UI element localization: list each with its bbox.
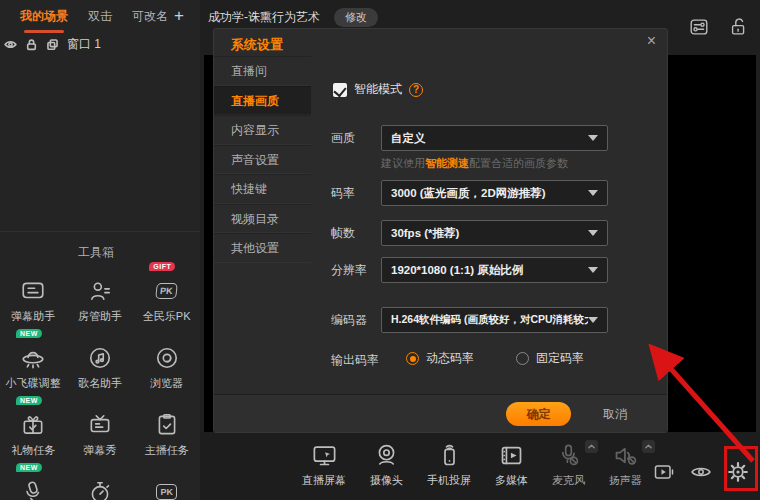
toolbar-label: 摄像头 [370, 473, 403, 488]
tool-timer[interactable] [67, 469, 134, 500]
dialog-title: 系统设置 [231, 36, 283, 54]
quality-hint: 建议使用智能测速配置合适的画质参数 [381, 156, 568, 171]
mic-muted-icon [555, 442, 582, 469]
toolbar-phone-cast[interactable]: 手机投屏 [427, 442, 471, 488]
resolution-dropdown[interactable]: 1920*1080 (1:1) 原始比例 [381, 257, 608, 283]
fps-dropdown[interactable]: 30fps (*推荐) [381, 220, 608, 246]
edit-scene-button[interactable]: 修改 [334, 8, 378, 27]
pk-letters: PK [156, 283, 178, 299]
menu-item-video-directory[interactable]: 视频目录 [214, 204, 311, 234]
pip-video-icon[interactable] [652, 460, 676, 484]
dropdown-value: 1920*1080 (1:1) 原始比例 [382, 263, 588, 278]
new-badge: NEW [16, 329, 42, 338]
encoder-label: 编码器 [331, 312, 367, 329]
tv-icon [87, 412, 113, 438]
radio-dynamic-bitrate[interactable]: 动态码率 [406, 350, 474, 367]
tool-label: 歌名助手 [78, 376, 122, 391]
chevron-down-icon [588, 135, 598, 141]
speaker-expand-button[interactable] [642, 440, 655, 453]
fps-label: 帧数 [331, 225, 355, 242]
camera-icon [373, 442, 400, 469]
tab-rename[interactable]: 可改名 [132, 8, 168, 25]
toolbar-label: 麦克风 [552, 473, 585, 488]
tool-room-admin[interactable]: 房管助手 [67, 268, 134, 335]
radio-fixed-bitrate[interactable]: 固定码率 [516, 350, 584, 367]
quality-dropdown[interactable]: 自定义 [381, 125, 608, 151]
tool-pk[interactable]: PK GIFT 全民乐PK [133, 268, 200, 335]
toolbar-media[interactable]: 多媒体 [495, 442, 528, 488]
cancel-button[interactable]: 取消 [589, 402, 641, 426]
copy-icon[interactable] [46, 38, 59, 51]
menu-item-sound-settings[interactable]: 声音设置 [214, 145, 311, 175]
stopwatch-icon [87, 479, 113, 500]
tab-my-scenes[interactable]: 我的场景 [20, 8, 68, 25]
tool-song-helper[interactable]: 歌名助手 [67, 335, 134, 402]
mic-adjust-icon [20, 479, 46, 500]
lock-icon[interactable] [25, 38, 38, 51]
toolbar-microphone[interactable]: 麦克风 [552, 442, 585, 488]
tool-label: 房管助手 [78, 309, 122, 324]
radio-label: 固定码率 [536, 350, 584, 367]
dropdown-value: 3000 (蓝光画质，2D网游推荐) [382, 186, 588, 201]
gift-icon [20, 412, 46, 438]
danmaku-helper-icon [20, 278, 46, 304]
bitrate-dropdown[interactable]: 3000 (蓝光画质，2D网游推荐) [381, 180, 608, 206]
tool-label: 小飞碟调整 [6, 376, 61, 391]
scene-source-row[interactable]: 窗口 1 [4, 36, 101, 53]
tool-ufo-adjust[interactable]: NEW 小飞碟调整 [0, 335, 67, 402]
output-bitrate-label: 输出码率 [331, 352, 379, 369]
music-icon [87, 345, 113, 371]
radio-label: 动态码率 [426, 350, 474, 367]
bottom-toolbar: 直播屏幕 摄像头 手机投屏 [200, 432, 760, 500]
preview-eye-icon[interactable] [689, 460, 713, 484]
menu-item-content-display[interactable]: 内容显示 [214, 115, 311, 145]
tool-browser[interactable]: 浏览器 [133, 335, 200, 402]
menu-item-hotkeys[interactable]: 快捷键 [214, 174, 311, 204]
tool-danmaku-show[interactable]: 弹幕秀 [67, 402, 134, 469]
tool-pk-2[interactable]: PK [133, 469, 200, 500]
chevron-down-icon [588, 267, 598, 273]
tool-gift-task[interactable]: NEW 礼物任务 [0, 402, 67, 469]
screen-share-icon [311, 442, 338, 469]
radio-dot [406, 352, 419, 365]
layout-settings-icon[interactable] [688, 16, 710, 38]
tab-double-click[interactable]: 双击 [88, 8, 112, 25]
smart-mode-checkbox[interactable] [333, 83, 347, 97]
toolbar-screen-share[interactable]: 直播屏幕 [302, 442, 346, 488]
tool-voice[interactable]: NEW [0, 469, 67, 500]
menu-item-live-quality[interactable]: 直播画质 [214, 86, 311, 116]
hint-text: 建议使用 [381, 157, 425, 169]
encoder-dropdown[interactable]: H.264软件编码 (画质较好，对CPU消耗较大) [381, 307, 608, 333]
pk-letters: PK [156, 484, 177, 500]
chevron-down-icon [588, 317, 598, 323]
smart-mode-row: 智能模式 ? [333, 81, 423, 98]
menu-item-live-room[interactable]: 直播间 [214, 56, 311, 86]
close-icon[interactable]: × [647, 32, 656, 50]
tool-label: 弹幕助手 [11, 309, 55, 324]
radio-dot [516, 352, 529, 365]
toolbar-camera[interactable]: 摄像头 [370, 442, 403, 488]
new-badge: NEW [16, 396, 42, 405]
sidebar: 我的场景 双击 可改名 + 窗口 1 工具箱 弹幕助手 [0, 0, 200, 500]
mic-expand-button[interactable] [585, 440, 598, 453]
confirm-button[interactable]: 确定 [506, 402, 571, 426]
tool-anchor-task[interactable]: 主播任务 [133, 402, 200, 469]
chevron-down-icon [588, 190, 598, 196]
toolbar-speaker[interactable]: 扬声器 [609, 442, 642, 488]
tool-label: 礼物任务 [11, 443, 55, 458]
menu-item-other-settings[interactable]: 其他设置 [214, 233, 311, 263]
media-icon [498, 442, 525, 469]
pk-square-icon: PK [154, 479, 180, 500]
eye-icon[interactable] [4, 38, 17, 51]
toolbox-section: 工具箱 弹幕助手 房管助手 PK [0, 231, 200, 261]
scene-header: 成功学-诛熏行为艺术 修改 [208, 8, 378, 27]
new-badge: NEW [16, 463, 42, 472]
tool-danmaku-helper[interactable]: 弹幕助手 [0, 268, 67, 335]
help-icon[interactable]: ? [409, 83, 423, 97]
top-right-controls [688, 16, 750, 38]
settings-gear-icon[interactable] [726, 460, 750, 484]
unlock-icon[interactable] [728, 16, 750, 38]
add-scene-button[interactable]: + [174, 6, 184, 26]
dropdown-value: 自定义 [382, 131, 588, 146]
speed-test-link[interactable]: 智能测速 [425, 157, 469, 169]
